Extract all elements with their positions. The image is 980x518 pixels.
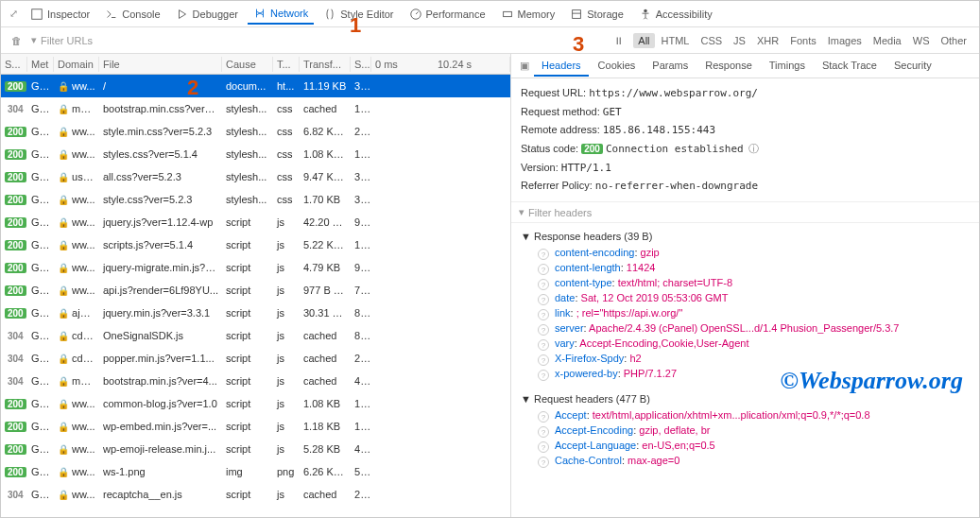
request-row[interactable]: 200GET🔒 ww...common-blog.js?ver=1.0scrip… bbox=[1, 392, 510, 415]
type-filter-images[interactable]: Images bbox=[823, 33, 867, 48]
file-cell: jquery.min.js?ver=3.3.1 bbox=[99, 305, 222, 320]
toggle-raw-icon[interactable]: ▣ bbox=[517, 59, 532, 74]
request-row[interactable]: 200GET🔒 ww...ws-1.pngimgpng6.26 KB ...5.… bbox=[1, 460, 510, 483]
subtab-security[interactable]: Security bbox=[886, 56, 939, 77]
type-filter-ws[interactable]: WS bbox=[908, 33, 935, 48]
request-row[interactable]: 200GET🔒 ww...wp-emoji-release.min.j...sc… bbox=[1, 438, 510, 460]
header-name: Cache-Control bbox=[555, 455, 622, 466]
request-row[interactable]: 200GET🔒 ajax....jquery.min.js?ver=3.3.1s… bbox=[1, 302, 510, 324]
type-filter-xhr[interactable]: XHR bbox=[752, 33, 783, 48]
request-row[interactable]: 200GET🔒 ww...scripts.js?ver=5.1.4scriptj… bbox=[1, 233, 510, 256]
subtab-response[interactable]: Response bbox=[697, 56, 760, 77]
request-row[interactable]: 304GET🔒 maxc...bootstrap.min.js?ver=4...… bbox=[1, 370, 510, 392]
timeline-cell: 261 ms bbox=[371, 175, 510, 179]
col-cause[interactable]: Cause bbox=[222, 57, 273, 72]
col-transfer[interactable]: Transf... bbox=[300, 57, 351, 72]
subtab-cookies[interactable]: Cookies bbox=[591, 56, 644, 77]
request-list-panel: S... Met Domain File Cause T... Transf..… bbox=[1, 54, 511, 518]
tab-memory[interactable]: Memory bbox=[495, 5, 561, 24]
tab-storage[interactable]: Storage bbox=[564, 5, 629, 24]
lock-icon: 🔒 bbox=[58, 308, 69, 319]
file-cell: jquery.js?ver=1.12.4-wp bbox=[99, 215, 222, 230]
request-row[interactable]: 304GET🔒 ww...recaptcha__en.jsscriptjscac… bbox=[1, 483, 510, 506]
request-row[interactable]: 304GET🔒 cdn....OneSignalSDK.jsscriptjsca… bbox=[1, 324, 510, 347]
help-icon[interactable]: ? bbox=[538, 309, 549, 320]
help-icon[interactable]: ? bbox=[538, 264, 549, 275]
subtab-stack-trace[interactable]: Stack Trace bbox=[815, 56, 885, 77]
request-row[interactable]: 200GET🔒 ww...style.css?ver=5.2.3stylesh.… bbox=[1, 188, 510, 211]
type-filter-media[interactable]: Media bbox=[868, 33, 906, 48]
filter-headers-input[interactable]: ▾Filter headers bbox=[511, 201, 979, 223]
picker-icon[interactable]: ⤢ bbox=[6, 7, 21, 22]
cause-cell: script bbox=[222, 441, 273, 457]
col-status[interactable]: S... bbox=[1, 57, 27, 72]
size-cell: 4... bbox=[351, 441, 371, 457]
header-value: gzip bbox=[641, 247, 660, 258]
request-row[interactable]: 200GET🔒 ww...jquery.js?ver=1.12.4-wpscri… bbox=[1, 211, 510, 233]
status-badge: 200 bbox=[5, 127, 26, 137]
help-icon[interactable]: ? bbox=[538, 279, 549, 290]
type-filter-other[interactable]: Other bbox=[936, 33, 971, 48]
col-file[interactable]: File bbox=[99, 57, 222, 72]
help-icon[interactable]: ? bbox=[538, 370, 549, 381]
info-icon[interactable]: ⓘ bbox=[747, 141, 762, 156]
header-value: Apache/2.4.39 (cPanel) OpenSSL...d/1.4 P… bbox=[589, 322, 899, 334]
subtab-timings[interactable]: Timings bbox=[762, 56, 813, 77]
tab-inspector[interactable]: Inspector bbox=[25, 5, 95, 24]
help-icon[interactable]: ? bbox=[538, 441, 549, 453]
type-filter-html[interactable]: HTML bbox=[657, 33, 695, 48]
help-icon[interactable]: ? bbox=[538, 294, 549, 305]
trash-icon[interactable]: 🗑 bbox=[9, 33, 24, 48]
col-type[interactable]: T... bbox=[273, 57, 300, 72]
request-row[interactable]: 200GET🔒 ww...styles.css?ver=5.1.4stylesh… bbox=[1, 143, 510, 165]
status-badge: 200 bbox=[5, 467, 26, 477]
request-row[interactable]: 304GET🔒 cdnj...popper.min.js?ver=1.1...s… bbox=[1, 347, 510, 370]
type-filter-all[interactable]: All bbox=[633, 33, 654, 48]
request-row[interactable]: 200GET🔒 ww...api.js?render=6Lf98YU...scr… bbox=[1, 279, 510, 302]
tab-debugger[interactable]: Debugger bbox=[170, 5, 244, 24]
col-timeline[interactable]: 0 ms10.24 s bbox=[371, 57, 510, 72]
tab-performance[interactable]: Performance bbox=[404, 5, 491, 24]
request-row[interactable]: 200GET🔒 ww...style.min.css?ver=5.2.3styl… bbox=[1, 120, 510, 143]
type-cell: js bbox=[273, 328, 300, 343]
type-filter-css[interactable]: CSS bbox=[696, 33, 727, 48]
col-domain[interactable]: Domain bbox=[54, 57, 99, 72]
size-cell: 1... bbox=[351, 396, 371, 411]
tab-console[interactable]: Console bbox=[99, 5, 165, 24]
file-cell: recaptcha__en.js bbox=[99, 487, 222, 502]
col-method[interactable]: Met bbox=[27, 57, 54, 72]
timeline-cell: 334 ms bbox=[371, 470, 510, 474]
help-icon[interactable]: ? bbox=[538, 457, 549, 468]
size-cell: 2... bbox=[351, 124, 371, 139]
domain-cell: 🔒 ww... bbox=[54, 487, 99, 502]
request-row[interactable]: 200GET🔒 use.f...all.css?ver=5.2.3stylesh… bbox=[1, 165, 510, 188]
help-icon[interactable]: ? bbox=[538, 339, 549, 351]
request-row[interactable]: 200GET🔒 ww...wp-embed.min.js?ver=...scri… bbox=[1, 415, 510, 438]
timeline-cell: 974 ms bbox=[371, 447, 510, 451]
file-cell: wp-embed.min.js?ver=... bbox=[99, 419, 222, 434]
request-row[interactable]: 304GET🔒 maxc...bootstrap.min.css?ver=...… bbox=[1, 97, 510, 120]
type-filter-fonts[interactable]: Fonts bbox=[785, 33, 821, 48]
subtab-headers[interactable]: Headers bbox=[534, 56, 589, 77]
col-size[interactable]: S... bbox=[351, 57, 371, 72]
request-row[interactable]: 200GET🔒 ww.../docum...ht...11.19 KB3...2… bbox=[1, 75, 510, 97]
help-icon[interactable]: ? bbox=[538, 411, 549, 423]
help-icon[interactable]: ? bbox=[538, 249, 549, 260]
tab-accessibility[interactable]: Accessibility bbox=[633, 5, 718, 24]
filter-urls-input[interactable]: ▾Filter URLs bbox=[31, 34, 93, 46]
help-icon[interactable]: ? bbox=[538, 354, 549, 366]
transfer-cell: 1.70 KB bbox=[300, 192, 351, 207]
size-cell: 9... bbox=[351, 260, 371, 275]
watermark: ©Websparrow.org bbox=[780, 367, 963, 395]
response-headers-toggle[interactable]: ▼ Response headers (39 B) bbox=[521, 227, 970, 246]
cause-cell: stylesh... bbox=[222, 101, 273, 116]
pause-icon[interactable]: ⏸ bbox=[610, 33, 626, 48]
type-filter-js[interactable]: JS bbox=[729, 33, 750, 48]
tab-network[interactable]: Network bbox=[248, 4, 314, 25]
svg-rect-0 bbox=[32, 9, 43, 19]
request-row[interactable]: 200GET🔒 ww...jquery-migrate.min.js?v...s… bbox=[1, 256, 510, 279]
method-cell: GET bbox=[27, 237, 54, 252]
subtab-params[interactable]: Params bbox=[645, 56, 696, 77]
help-icon[interactable]: ? bbox=[538, 426, 549, 438]
help-icon[interactable]: ? bbox=[538, 324, 549, 336]
